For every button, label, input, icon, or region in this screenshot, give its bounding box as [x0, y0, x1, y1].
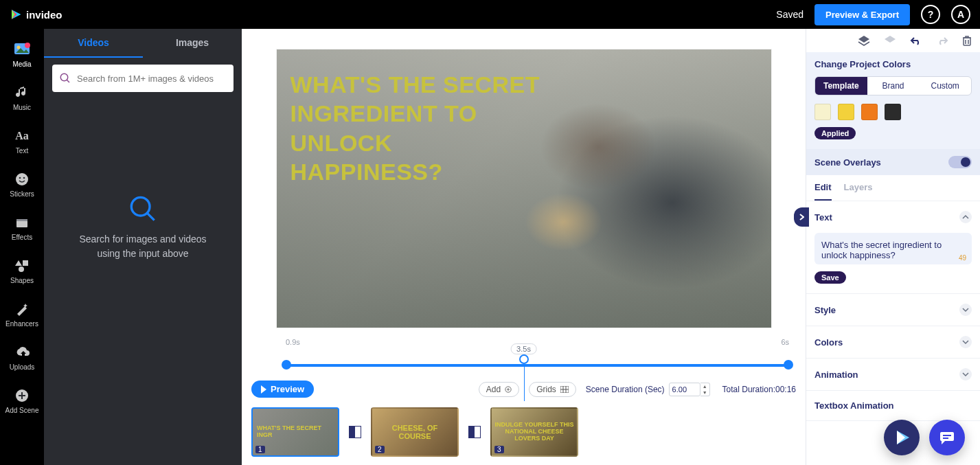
media-empty-state: Search for images and videos using the i… [44, 99, 242, 465]
acc-textbox-animation-header[interactable]: Textbox Animation [806, 391, 980, 420]
time-playhead[interactable] [519, 354, 529, 364]
preview-button[interactable]: Preview [251, 381, 314, 398]
acc-colors: Colors [806, 326, 980, 359]
account-avatar[interactable]: A [951, 5, 970, 24]
scene-thumb-1[interactable]: WHAT'S THE SECRET INGR 1 [251, 407, 339, 457]
acc-animation-header[interactable]: Animation [806, 359, 980, 390]
tool-label: Music [13, 104, 31, 111]
media-search-input[interactable] [77, 73, 227, 84]
acc-style: Style [806, 294, 980, 326]
chevron-down-icon [959, 336, 972, 348]
panel-collapse-handle[interactable] [794, 207, 809, 227]
acc-title: Text [814, 212, 832, 223]
brand-name: invideo [26, 9, 62, 21]
media-icon [14, 41, 30, 58]
tools-rail: Media Music Aa Text Stickers Effects Sha… [0, 29, 44, 465]
scene-overlays-label: Scene Overlays [814, 157, 881, 168]
tool-uploads[interactable]: Uploads [3, 340, 41, 375]
svg-rect-10 [16, 219, 27, 221]
delete-icon[interactable] [962, 35, 972, 46]
color-source-segmented: Template Brand Custom [814, 76, 972, 95]
tool-shapes[interactable]: Shapes [3, 253, 41, 288]
tool-media[interactable]: Media [3, 37, 41, 72]
svg-point-4 [17, 46, 21, 49]
acc-text-header[interactable]: Text [806, 201, 980, 233]
save-text-button[interactable]: Save [814, 271, 846, 284]
acc-title: Textbox Animation [814, 400, 894, 411]
search-icon [59, 72, 71, 84]
tool-text[interactable]: Aa Text [3, 124, 41, 159]
chevron-down-icon [959, 304, 972, 316]
enhancers-icon [14, 301, 30, 317]
time-handle-end[interactable] [784, 360, 793, 370]
acc-colors-header[interactable]: Colors [806, 326, 980, 358]
fab-play-button[interactable] [884, 420, 920, 455]
seg-brand[interactable]: Brand [867, 77, 920, 95]
acc-title: Colors [814, 337, 843, 348]
time-track[interactable] [286, 364, 789, 367]
acc-style-header[interactable]: Style [806, 294, 980, 326]
topbar: invideo Saved Preview & Export ? A [0, 0, 980, 29]
transition-1-2[interactable] [349, 426, 361, 438]
project-colors-section: Change Project Colors Template Brand Cus… [806, 52, 980, 149]
project-colors-title: Change Project Colors [814, 59, 972, 69]
tool-effects[interactable]: Effects [3, 210, 41, 245]
help-button[interactable]: ? [921, 5, 940, 24]
headline-text-value: What's the secret ingredient to unlock h… [821, 240, 942, 260]
undo-icon[interactable] [910, 36, 922, 45]
scene-thumb-3[interactable]: INDULGE YOURSELF THIS NATIONAL CHEESE LO… [490, 407, 578, 457]
svg-marker-25 [885, 36, 896, 43]
add-layer-button[interactable]: Add [479, 382, 519, 397]
tool-music[interactable]: Music [3, 80, 41, 115]
tool-enhancers[interactable]: Enhancers [3, 297, 41, 332]
acc-animation: Animation [806, 359, 980, 391]
preview-canvas[interactable]: What's the secret ingredient to unlock h… [277, 49, 771, 328]
swatch-2[interactable] [861, 104, 878, 120]
music-icon [14, 84, 30, 101]
swatch-0[interactable] [814, 104, 831, 120]
swatch-1[interactable] [838, 104, 854, 120]
media-search-box[interactable] [52, 65, 233, 92]
duration-stepper[interactable]: ▲▼ [700, 383, 710, 396]
brand-logo[interactable]: invideo [10, 8, 62, 21]
tab-edit[interactable]: Edit [814, 182, 832, 201]
seg-custom[interactable]: Custom [919, 77, 971, 95]
tool-add-scene[interactable]: Add Scene [3, 383, 41, 418]
swatch-3[interactable] [885, 104, 901, 120]
tool-label: Add Scene [5, 407, 39, 414]
scene-overlays-toggle[interactable] [948, 156, 972, 168]
media-tab-images[interactable]: Images [143, 29, 242, 58]
time-handle-start[interactable] [282, 360, 291, 370]
tool-label: Stickers [10, 190, 34, 198]
grids-button[interactable]: Grids [529, 382, 576, 397]
scene-caption: CHEESE, OF COURSE [372, 409, 457, 455]
tool-label: Effects [12, 234, 32, 241]
transition-2-3[interactable] [468, 426, 481, 438]
play-icon [261, 385, 266, 394]
fab-chat-button[interactable] [929, 420, 965, 455]
stepper-up-icon[interactable]: ▲ [700, 383, 709, 389]
stepper-down-icon[interactable]: ▼ [700, 389, 709, 396]
svg-rect-29 [943, 435, 951, 436]
rp-action-icons [806, 29, 980, 52]
layers-front-icon[interactable] [858, 35, 870, 46]
rp-tabs: Edit Layers [806, 175, 980, 201]
headline-text-input[interactable]: What's the secret ingredient to unlock h… [814, 233, 972, 264]
tool-stickers[interactable]: Stickers [3, 167, 41, 202]
canvas-headline[interactable]: What's the secret ingredient to unlock h… [290, 70, 551, 187]
media-panel: Videos Images Search for images and vide… [44, 29, 242, 465]
media-empty-text: Search for images and videos using the i… [67, 232, 218, 261]
char-count: 49 [959, 254, 966, 262]
scene-duration-input[interactable] [669, 383, 700, 396]
tab-layers[interactable]: Layers [844, 182, 873, 201]
chevron-right-icon [799, 214, 804, 220]
seg-template[interactable]: Template [815, 77, 867, 95]
grids-label: Grids [536, 385, 556, 394]
total-duration-value: 00:16 [775, 385, 796, 394]
media-tab-videos[interactable]: Videos [44, 29, 143, 58]
tool-label: Enhancers [5, 320, 38, 328]
scene-thumb-2[interactable]: CHEESE, OF COURSE 2 [371, 407, 459, 457]
preview-export-button[interactable]: Preview & Export [814, 4, 910, 25]
svg-point-7 [19, 177, 21, 179]
scene-time-ruler[interactable]: 0.9s 3.5s 6s [242, 337, 806, 378]
